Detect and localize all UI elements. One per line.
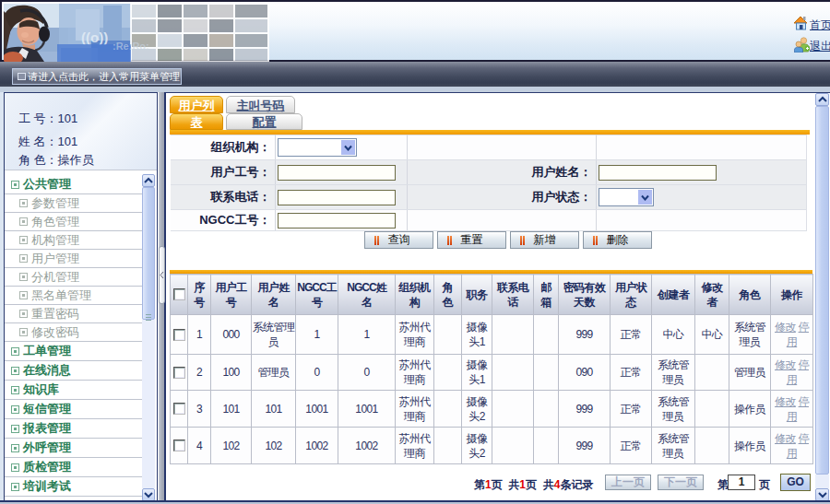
svg-text::Re:Ro:: :Re:Ro:	[113, 41, 149, 52]
svg-text:((o)): ((o))	[81, 29, 108, 45]
